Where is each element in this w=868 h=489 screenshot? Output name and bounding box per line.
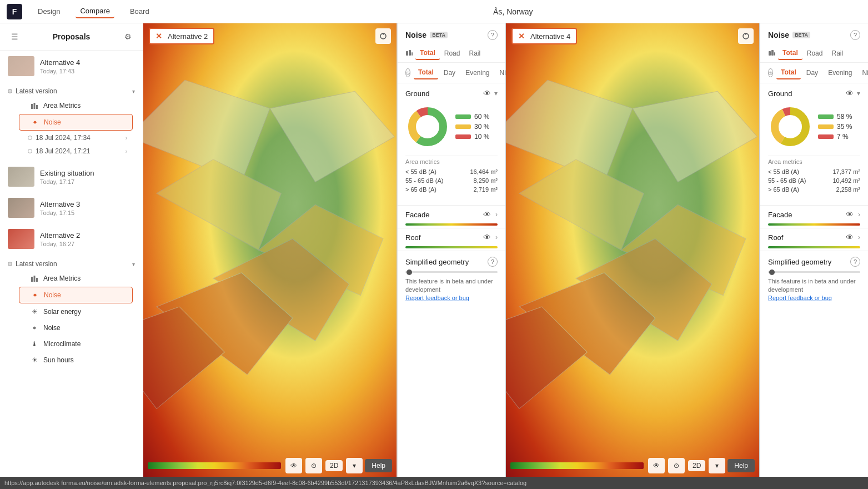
- help-button-right[interactable]: Help: [727, 459, 755, 472]
- version-expand-alt4[interactable]: ▾: [132, 88, 135, 94]
- help-button-left[interactable]: Help: [365, 459, 392, 472]
- tab-total-left[interactable]: Total: [415, 47, 440, 60]
- camera-btn-left[interactable]: ⊙: [305, 458, 322, 473]
- sidebar-toggle-icon[interactable]: ☰: [8, 30, 21, 43]
- facade-arrow-right[interactable]: ›: [858, 211, 860, 218]
- version-header-alt2[interactable]: Latest version ▾: [8, 258, 135, 270]
- tab-rail-left[interactable]: Rail: [464, 47, 485, 59]
- filter-icon[interactable]: ⚙: [122, 30, 135, 43]
- time-day-right[interactable]: Day: [802, 67, 822, 79]
- proposal-alt2[interactable]: Alternative 2 Today, 16:27: [0, 223, 143, 255]
- version-expand-alt2[interactable]: ▾: [132, 261, 135, 267]
- view-2d-right[interactable]: 2D: [688, 460, 705, 471]
- tab-rail-right[interactable]: Rail: [827, 47, 847, 59]
- view-2d-left[interactable]: 2D: [325, 460, 343, 471]
- proposal-info-alt4: Alternative 4 Today, 17:43: [40, 58, 135, 74]
- panel-help-right[interactable]: ?: [850, 30, 860, 40]
- time-icon-left[interactable]: ◷: [405, 68, 410, 77]
- time-night-right[interactable]: Night: [858, 67, 869, 79]
- viewport-tab-right[interactable]: ✕ Alternative 4: [511, 28, 577, 44]
- panel-header-left: Noise BETA ?: [398, 23, 505, 44]
- version-header-alt4[interactable]: Latest version ▾: [8, 85, 135, 97]
- main-layout: ☰ Proposals ⚙ Alternative 4 Today, 17:43…: [0, 23, 868, 477]
- feedback-link-right[interactable]: Report feedback or bug: [768, 295, 860, 301]
- roof-arrow-left[interactable]: ›: [495, 233, 498, 241]
- facade-eye-right[interactable]: 👁: [846, 210, 854, 219]
- area-value-3-left: 2,719 m²: [474, 186, 498, 193]
- simplified-handle-right[interactable]: [769, 270, 775, 275]
- facade-eye-left[interactable]: 👁: [483, 210, 491, 219]
- time-total-left[interactable]: Total: [414, 66, 438, 79]
- viewport-bottom-right: 👁 ⊙ 2D ▾ Help: [506, 455, 759, 477]
- menu-area-metrics-alt4[interactable]: Area Metrics: [19, 98, 133, 113]
- simplified-handle-left[interactable]: [407, 270, 412, 275]
- camera-btn-right[interactable]: ⊙: [668, 458, 685, 473]
- tab-road-left[interactable]: Road: [440, 47, 465, 59]
- chevron-btn-left[interactable]: ▾: [346, 458, 363, 473]
- panel-help-left[interactable]: ?: [488, 30, 498, 40]
- ground-eye-left[interactable]: 👁: [483, 89, 491, 98]
- nav-compare[interactable]: Compare: [76, 4, 114, 18]
- menu-microclimate-alt2[interactable]: 🌡 Microclimate: [19, 336, 133, 352]
- beta-badge-left: BETA: [430, 32, 448, 38]
- menu-sunhours-alt2[interactable]: ☀ Sun hours: [19, 352, 133, 368]
- time-evening-right[interactable]: Evening: [824, 67, 856, 79]
- proposal-existing[interactable]: Existing situation Today, 17:17: [0, 161, 143, 192]
- pin-button-right[interactable]: [738, 28, 754, 44]
- viewport-tab-left[interactable]: ✕ Alternative 2: [149, 28, 214, 44]
- history-item-1[interactable]: 18 Jul 2024, 17:34 ›: [17, 131, 135, 144]
- feedback-link-left[interactable]: Report feedback or bug: [405, 295, 498, 301]
- eye-btn-left[interactable]: 👁: [285, 458, 302, 473]
- legend-pct-red-right: 7 %: [837, 133, 849, 141]
- app-logo[interactable]: F: [7, 4, 22, 19]
- nav-board[interactable]: Board: [126, 5, 154, 18]
- simplified-slider-left[interactable]: [405, 271, 498, 273]
- proposal-name-alt3: Alternative 3: [40, 200, 135, 208]
- noise-icon-alt2: [31, 291, 39, 300]
- time-icon-right[interactable]: ◷: [768, 68, 773, 77]
- area-metrics-title-right: Area metrics: [768, 158, 860, 165]
- roof-eye-right[interactable]: 👁: [846, 233, 854, 242]
- svg-rect-15: [406, 51, 408, 56]
- eye-btn-right[interactable]: 👁: [648, 458, 665, 473]
- chevron-btn-right[interactable]: ▾: [709, 458, 725, 473]
- roof-eye-left[interactable]: 👁: [483, 233, 491, 242]
- close-viewport-right[interactable]: ✕: [518, 32, 525, 41]
- history-item-2[interactable]: 18 Jul 2024, 17:21 ›: [17, 144, 135, 158]
- menu-noise-alt4[interactable]: Noise: [19, 114, 133, 131]
- tab-total-right[interactable]: Total: [778, 47, 802, 60]
- menu-solar-alt2[interactable]: ☀ Solar energy: [19, 304, 133, 320]
- svg-rect-3: [31, 277, 33, 282]
- proposal-alt3[interactable]: Alternative 3 Today, 17:15: [0, 192, 143, 223]
- ground-expand-left[interactable]: ▾: [494, 89, 498, 97]
- time-night-left[interactable]: Night: [495, 67, 506, 79]
- time-total-right[interactable]: Total: [776, 66, 801, 79]
- simplified-help-left[interactable]: ?: [488, 257, 498, 267]
- menu-area-metrics-alt2[interactable]: Area Metrics: [19, 271, 133, 286]
- svg-rect-31: [771, 50, 774, 56]
- history-arrow-1[interactable]: ›: [126, 135, 127, 141]
- time-evening-left[interactable]: Evening: [461, 67, 494, 79]
- facade-arrow-left[interactable]: ›: [495, 211, 498, 218]
- proposal-alt4[interactable]: Alternative 4 Today, 17:43: [0, 51, 143, 82]
- tab-road-right[interactable]: Road: [802, 47, 827, 59]
- ground-expand-right[interactable]: ▾: [857, 89, 860, 97]
- proposal-info-alt2: Alternative 2 Today, 16:27: [40, 231, 135, 247]
- area-label-3-right: > 65 dB (A): [768, 186, 799, 193]
- roof-bar-left: [405, 246, 498, 248]
- simplified-help-right[interactable]: ?: [850, 257, 860, 267]
- menu-noise-alt2[interactable]: Noise: [19, 287, 133, 303]
- roof-arrow-right[interactable]: ›: [858, 233, 860, 241]
- ground-eye-right[interactable]: 👁: [846, 89, 854, 98]
- version-section-alt4: Latest version ▾ Area Metrics Noise: [0, 82, 143, 161]
- simplified-slider-right[interactable]: [768, 271, 860, 273]
- pin-button-left[interactable]: [375, 28, 391, 44]
- nav-design[interactable]: Design: [33, 5, 64, 18]
- area-metrics-icon: [30, 101, 39, 110]
- time-day-left[interactable]: Day: [439, 67, 460, 79]
- noise-panel-left: Noise BETA ? Total Road Rail ◷ Total Day…: [397, 23, 505, 477]
- menu-noise2-alt2[interactable]: Noise: [19, 320, 133, 336]
- history-arrow-2[interactable]: ›: [126, 148, 127, 154]
- close-viewport-left[interactable]: ✕: [155, 32, 162, 41]
- area-value-3-right: 2,258 m²: [836, 186, 860, 193]
